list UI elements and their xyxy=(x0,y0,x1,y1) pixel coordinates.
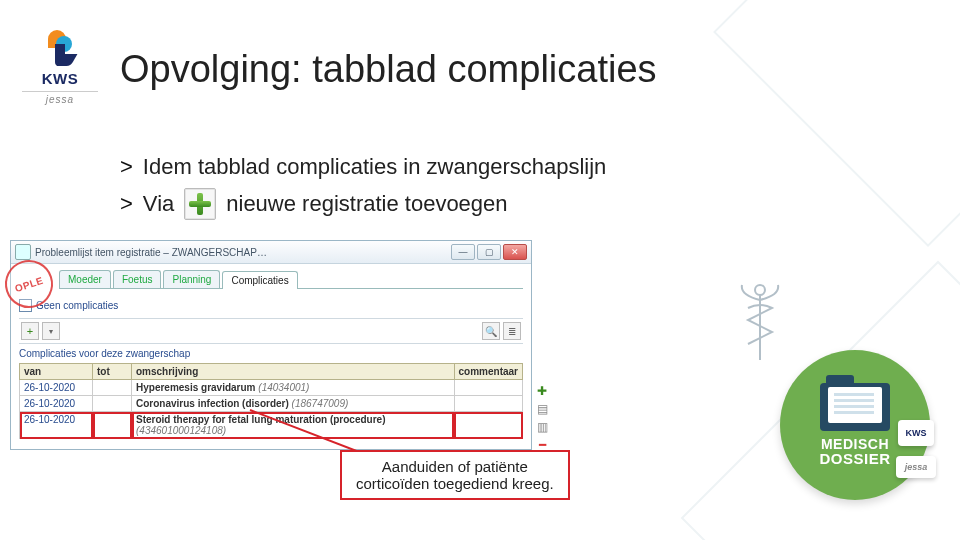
add-icon[interactable] xyxy=(184,188,216,220)
table-row[interactable]: 26-10-2020Hyperemesis gravidarum (140340… xyxy=(20,380,523,396)
bullet-list: > Idem tabblad complicaties in zwangersc… xyxy=(120,148,606,223)
callout-line1: Aanduiden of patiënte xyxy=(356,458,554,475)
complications-table: van tot omschrijving commentaar 26-10-20… xyxy=(19,363,523,439)
cell-van: 26-10-2020 xyxy=(20,412,93,439)
svg-point-1 xyxy=(755,285,765,295)
search-icon[interactable]: 🔍 xyxy=(482,322,500,340)
cell-desc: Hyperemesis gravidarum (14034001) xyxy=(132,380,455,396)
add-row-dropdown[interactable]: ▾ xyxy=(42,322,60,340)
cell-comment xyxy=(454,412,522,439)
tab-foetus[interactable]: Foetus xyxy=(113,270,162,288)
cell-desc: Coronavirus infection (disorder) (186747… xyxy=(132,396,455,412)
tab-complicaties[interactable]: Complicaties xyxy=(222,271,297,289)
table-row[interactable]: 26-10-2020Steroid therapy for fetal lung… xyxy=(20,412,523,439)
dialog-tabs: Moeder Foetus Planning Complicaties xyxy=(59,270,523,289)
list-icon[interactable]: ≣ xyxy=(503,322,521,340)
col-van: van xyxy=(20,364,93,380)
bullet-2-post: nieuwe registratie toevoegen xyxy=(226,185,507,222)
brand-mark xyxy=(46,30,74,68)
badge-chip-kws: KWS xyxy=(898,420,934,446)
cell-tot xyxy=(93,412,132,439)
row-action-icons: ✚ ▤ ▥ ━ xyxy=(535,384,549,452)
bullet-1: Idem tabblad complicaties in zwangerscha… xyxy=(143,148,606,185)
slide-title: Opvolging: tabblad complicaties xyxy=(120,48,657,91)
col-omschrijving: omschrijving xyxy=(132,364,455,380)
brand-name: KWS xyxy=(22,70,98,87)
close-button[interactable]: ✕ xyxy=(503,244,527,260)
folder-icon xyxy=(820,383,890,431)
tab-planning[interactable]: Planning xyxy=(163,270,220,288)
cell-tot xyxy=(93,380,132,396)
registration-dialog: Probleemlijst item registratie – ZWANGER… xyxy=(10,240,532,450)
bullet-2-pre: Via xyxy=(143,185,174,222)
cell-comment xyxy=(454,396,522,412)
dialog-icon xyxy=(15,244,31,260)
bullet-caret: > xyxy=(120,185,133,222)
cell-van: 26-10-2020 xyxy=(20,380,93,396)
cell-tot xyxy=(93,396,132,412)
row-add-icon[interactable]: ✚ xyxy=(535,384,549,398)
brand-logo: KWS jessa xyxy=(22,30,98,105)
annotation-callout: Aanduiden of patiënte corticoïden toeged… xyxy=(340,450,570,500)
cell-desc: Steroid therapy for fetal lung maturatio… xyxy=(132,412,455,439)
dialog-title: Probleemlijst item registratie – ZWANGER… xyxy=(35,247,267,258)
table-row[interactable]: 26-10-2020Coronavirus infection (disorde… xyxy=(20,396,523,412)
callout-line2: corticoïden toegediend kreeg. xyxy=(356,475,554,492)
badge-line1: MEDISCH xyxy=(819,437,890,452)
row-detail-icon[interactable]: ▥ xyxy=(535,420,549,434)
badge-chip-jessa: jessa xyxy=(896,456,936,478)
bullet-caret: > xyxy=(120,148,133,185)
badge-line2: DOSSIER xyxy=(819,451,890,467)
col-commentaar: commentaar xyxy=(454,364,522,380)
no-complications-label: Geen complicaties xyxy=(36,300,118,311)
minimize-button[interactable]: — xyxy=(451,244,475,260)
section-header: Complicaties voor deze zwangerschap xyxy=(19,348,523,359)
maximize-button[interactable]: ▢ xyxy=(477,244,501,260)
col-tot: tot xyxy=(93,364,132,380)
tab-moeder[interactable]: Moeder xyxy=(59,270,111,288)
add-row-button[interactable]: + xyxy=(21,322,39,340)
brand-sub: jessa xyxy=(22,91,98,105)
cell-comment xyxy=(454,380,522,396)
medisch-dossier-badge: MEDISCH DOSSIER KWS jessa xyxy=(780,350,930,500)
decor-corner-tr xyxy=(713,0,960,247)
row-edit-icon[interactable]: ▤ xyxy=(535,402,549,416)
cell-van: 26-10-2020 xyxy=(20,396,93,412)
dialog-titlebar: Probleemlijst item registratie – ZWANGER… xyxy=(11,241,531,264)
